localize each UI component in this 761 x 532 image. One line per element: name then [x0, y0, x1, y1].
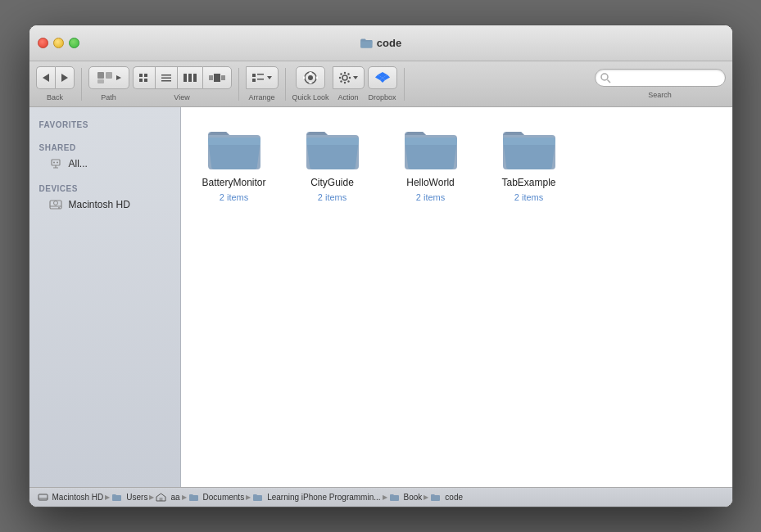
- folder-name: TabExample: [501, 177, 555, 188]
- sidebar-item-all[interactable]: All...: [33, 155, 177, 173]
- separator-3: [285, 68, 286, 101]
- search-group: Search: [595, 69, 726, 99]
- svg-rect-3: [106, 72, 112, 79]
- svg-rect-8: [139, 79, 143, 82]
- toolbar: Back Path: [29, 61, 732, 107]
- svg-point-32: [343, 82, 345, 83]
- svg-rect-14: [188, 74, 192, 82]
- back-forward-buttons: [36, 66, 75, 89]
- svg-point-33: [338, 77, 340, 79]
- breadcrumb-item-macintosh-hd[interactable]: Macintosh HD: [38, 493, 104, 502]
- path-icon: [96, 70, 114, 85]
- breadcrumb-separator: ▶: [149, 494, 154, 501]
- breadcrumb-item-documents[interactable]: Documents: [188, 493, 245, 502]
- view-column-button[interactable]: [177, 66, 202, 89]
- folder-count: 2 items: [514, 192, 543, 202]
- svg-point-25: [308, 75, 313, 80]
- svg-rect-10: [161, 74, 171, 76]
- svg-point-53: [58, 207, 60, 209]
- svg-point-36: [347, 80, 349, 82]
- breadcrumb-item-book[interactable]: Book: [389, 493, 423, 502]
- finder-window: code Back: [29, 25, 733, 507]
- folder-item-battery-monitor[interactable]: BatteryMonitor2 items: [197, 124, 271, 202]
- forward-button[interactable]: [55, 66, 75, 89]
- folder-svg-icon: [401, 124, 460, 173]
- sidebar-shared-header: SHARED: [29, 138, 180, 155]
- breadcrumb-separator: ▶: [105, 494, 110, 501]
- arrange-chevron-icon: [266, 74, 273, 81]
- svg-rect-20: [257, 74, 264, 75]
- folder-breadcrumb-icon: [389, 493, 400, 502]
- svg-rect-12: [161, 80, 171, 82]
- svg-point-37: [340, 80, 342, 82]
- action-button[interactable]: [333, 66, 365, 89]
- folder-svg-icon: [500, 124, 559, 173]
- arrange-label: Arrange: [248, 93, 274, 101]
- path-label: Path: [101, 93, 116, 101]
- path-chevron-icon: [116, 74, 122, 81]
- svg-rect-27: [310, 82, 312, 83]
- svg-rect-16: [209, 75, 213, 80]
- sidebar-favorites-header: FAVORITES: [29, 115, 180, 132]
- traffic-lights: [38, 38, 79, 48]
- arrange-button[interactable]: [246, 66, 279, 89]
- svg-point-50: [57, 162, 58, 164]
- statusbar: Macintosh HD▶Users▶aa▶Documents▶Learning…: [29, 487, 732, 507]
- svg-point-31: [343, 72, 345, 74]
- folder-svg-icon: [205, 124, 264, 173]
- svg-point-38: [347, 73, 349, 74]
- view-icon-button[interactable]: [133, 66, 155, 89]
- folder-item-tab-example[interactable]: TabExample2 items: [492, 124, 566, 202]
- network-icon: [49, 157, 62, 170]
- folder-name: BatteryMonitor: [202, 177, 265, 188]
- svg-rect-29: [316, 77, 318, 79]
- back-label: Back: [47, 93, 63, 101]
- svg-point-54: [53, 201, 57, 205]
- view-label: View: [174, 93, 189, 101]
- folder-item-hello-world[interactable]: HelloWorld2 items: [394, 124, 468, 202]
- search-input[interactable]: [595, 69, 726, 87]
- svg-rect-13: [183, 74, 187, 82]
- svg-rect-26: [310, 72, 312, 74]
- dropbox-label: Dropbox: [369, 93, 396, 101]
- sidebar-item-macintosh-hd[interactable]: Macintosh HD: [33, 196, 177, 214]
- svg-point-44: [601, 74, 608, 80]
- svg-rect-55: [39, 494, 48, 500]
- path-button[interactable]: [88, 66, 129, 89]
- coverflow-view-icon: [208, 73, 226, 83]
- view-list-button[interactable]: [155, 66, 177, 89]
- arrange-buttons: [246, 66, 279, 89]
- sidebar-item-macintosh-hd-label: Macintosh HD: [69, 199, 130, 210]
- column-view-icon: [183, 73, 197, 83]
- svg-marker-1: [61, 74, 68, 82]
- folder-name: CityGuide: [310, 177, 354, 188]
- svg-marker-5: [116, 75, 121, 80]
- quicklook-button[interactable]: [296, 66, 325, 89]
- folder-breadcrumb-icon: [252, 493, 263, 502]
- main-area: FAVORITES SHARED All... DEVICES: [29, 107, 732, 487]
- view-cover-button[interactable]: [202, 66, 232, 89]
- breadcrumb-item-code[interactable]: code: [430, 493, 463, 502]
- dropbox-button[interactable]: [368, 66, 397, 89]
- minimize-button[interactable]: [53, 38, 64, 48]
- svg-point-30: [342, 75, 347, 80]
- action-chevron-icon: [353, 75, 359, 80]
- svg-rect-9: [144, 79, 147, 82]
- folder-item-city-guide[interactable]: CityGuide2 items: [296, 124, 369, 202]
- breadcrumb-item-learning[interactable]: Learning iPhone Programmin...: [252, 493, 380, 502]
- search-label: Search: [648, 91, 672, 99]
- breadcrumb-separator: ▶: [182, 494, 187, 501]
- breadcrumb-item-users[interactable]: Users: [111, 493, 147, 502]
- svg-rect-2: [97, 72, 104, 79]
- svg-rect-11: [161, 78, 171, 79]
- breadcrumb-item-aa[interactable]: aa: [156, 493, 179, 502]
- close-button[interactable]: [38, 38, 48, 48]
- view-group: View: [133, 66, 232, 101]
- svg-rect-18: [221, 75, 225, 80]
- action-buttons: [333, 66, 365, 89]
- window-title: code: [360, 37, 401, 49]
- icon-view-icon: [138, 73, 150, 83]
- content-area: BatteryMonitor2 items CityGuide2 items H…: [181, 107, 732, 487]
- back-button[interactable]: [36, 66, 55, 89]
- maximize-button[interactable]: [69, 38, 79, 48]
